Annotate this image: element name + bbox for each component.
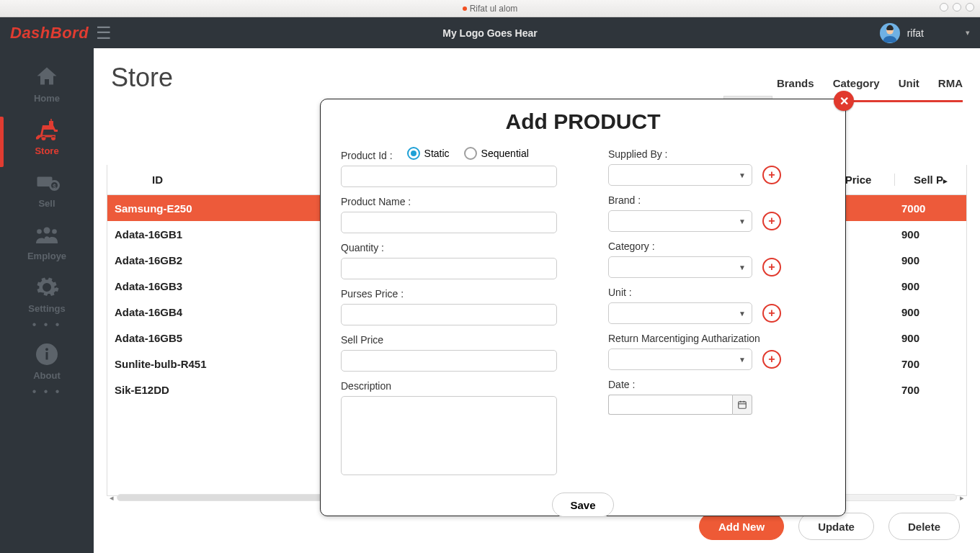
sidebar-item-label: Home: [34, 93, 60, 104]
update-button[interactable]: Update: [798, 513, 874, 540]
hamburger-icon[interactable]: ☰: [96, 23, 112, 43]
os-titlebar: Rifat ul alom: [0, 0, 980, 17]
maximize-icon[interactable]: [953, 3, 961, 12]
radio-sequential[interactable]: Sequential: [464, 147, 529, 160]
cell-id: Adata-16GB4: [107, 306, 324, 318]
os-window-title: Rifat ul alom: [470, 4, 518, 14]
sidebar: Home Store $ Sell Employe Settings • • •: [0, 48, 94, 553]
supplied-by-combo[interactable]: ▼: [608, 164, 752, 186]
scroll-left-icon[interactable]: ◂: [107, 493, 117, 503]
tab-unit[interactable]: Unit: [899, 77, 919, 96]
sidebar-item-employe[interactable]: Employe: [0, 216, 94, 264]
add-brand-icon[interactable]: +: [762, 212, 781, 230]
chevron-down-icon: ▾: [966, 28, 970, 37]
cell-id: Adata-16GB1: [107, 228, 324, 240]
app-indicator-icon: [463, 6, 467, 11]
chevron-down-icon: ▼: [739, 171, 746, 179]
user-name: rifat: [907, 27, 924, 39]
cell-id: Adata-16GB3: [107, 280, 324, 292]
add-category-icon[interactable]: +: [762, 258, 781, 276]
svg-point-6: [52, 229, 57, 234]
calendar-icon[interactable]: [732, 395, 752, 415]
chevron-down-icon: ▼: [739, 264, 746, 271]
category-combo[interactable]: ▼: [608, 256, 752, 278]
col-sell-price[interactable]: Sell P▸: [894, 174, 966, 186]
sidebar-active-indicator: [0, 117, 4, 167]
sidebar-item-home[interactable]: Home: [0, 58, 94, 107]
user-menu[interactable]: rifat ▾: [880, 23, 970, 43]
modal-title: Add PRODUCT: [341, 109, 825, 134]
avatar: [880, 23, 900, 43]
chevron-down-icon: ▼: [739, 310, 746, 318]
close-window-icon[interactable]: [966, 3, 974, 12]
sidebar-item-label: Store: [35, 145, 58, 156]
top-center-text: My Logo Goes Hear: [442, 27, 537, 39]
cell-id: Adata-16GB2: [107, 254, 324, 266]
add-new-button[interactable]: Add New: [699, 513, 784, 540]
cell-sell-price: 700: [894, 384, 966, 396]
gear-icon: [34, 274, 60, 300]
home-icon: [34, 64, 60, 90]
cell-id: Adata-16GB5: [107, 332, 324, 344]
tab-rma[interactable]: RMA: [938, 77, 963, 96]
product-id-label: Product Id :: [341, 150, 393, 161]
add-rma-icon[interactable]: +: [762, 350, 781, 369]
sidebar-divider-dots: • • •: [32, 385, 62, 398]
sidebar-item-about[interactable]: About: [0, 336, 94, 384]
svg-point-9: [45, 348, 48, 351]
cell-id: Samsung-E250: [107, 202, 324, 215]
date-input[interactable]: [608, 395, 732, 415]
cell-sell-price: 700: [894, 358, 966, 370]
cell-sell-price: 900: [894, 254, 966, 266]
rma-label: Return Marcentiging Autharization: [608, 333, 825, 344]
add-supplier-icon[interactable]: +: [762, 166, 781, 184]
sidebar-item-label: Employe: [27, 251, 66, 261]
category-label: Category :: [608, 240, 825, 252]
sidebar-item-sell[interactable]: $ Sell: [0, 163, 94, 212]
minimize-icon[interactable]: [940, 3, 948, 12]
radio-static[interactable]: Static: [407, 147, 450, 160]
sidebar-item-store[interactable]: Store: [0, 111, 94, 159]
description-input[interactable]: [341, 396, 557, 475]
add-product-modal: ✕ Add PRODUCT Product Id : Static Sequen…: [320, 99, 846, 516]
save-button[interactable]: Save: [552, 493, 613, 517]
unit-combo[interactable]: ▼: [608, 302, 752, 324]
product-name-input[interactable]: [341, 212, 557, 233]
product-id-input[interactable]: [341, 166, 557, 187]
cell-sell-price: 900: [894, 306, 966, 318]
close-icon[interactable]: ✕: [834, 91, 854, 111]
topbar: DashBord ☰ My Logo Goes Hear rifat ▾: [0, 17, 980, 48]
cell-sell-price: 900: [894, 280, 966, 292]
purses-price-label: Purses Price :: [341, 288, 558, 300]
cell-id: Sunlite-bulb-R451: [107, 358, 324, 370]
tab-brands[interactable]: Brands: [777, 77, 814, 96]
store-icon: [34, 117, 60, 143]
sell-price-input[interactable]: [341, 350, 557, 372]
purses-price-input[interactable]: [341, 304, 557, 325]
modal-left-column: Product Id : Static Sequential Product N…: [341, 144, 558, 475]
supplied-by-label: Supplied By :: [608, 148, 825, 160]
product-name-label: Product Name :: [341, 196, 558, 207]
col-id[interactable]: ID: [107, 174, 223, 186]
quantity-input[interactable]: [341, 258, 557, 279]
chevron-down-icon: ▼: [739, 217, 746, 225]
date-label: Date :: [608, 379, 825, 390]
cell-sell-price: 900: [894, 332, 966, 344]
people-icon: [34, 222, 60, 248]
add-unit-icon[interactable]: +: [762, 304, 781, 323]
sell-price-label: Sell Price: [341, 334, 558, 346]
rma-combo[interactable]: ▼: [608, 349, 752, 370]
svg-rect-10: [739, 402, 747, 408]
delete-button[interactable]: Delete: [888, 513, 960, 540]
sell-icon: $: [34, 169, 60, 195]
brand-combo[interactable]: ▼: [608, 210, 752, 232]
info-icon: [34, 341, 60, 367]
sidebar-item-settings[interactable]: Settings: [0, 269, 94, 317]
svg-point-4: [44, 228, 50, 234]
app-brand: DashBord: [10, 24, 89, 42]
sidebar-item-label: About: [33, 370, 61, 381]
scroll-right-icon[interactable]: ▸: [957, 493, 967, 503]
chevron-down-icon: ▼: [739, 356, 746, 364]
svg-rect-8: [46, 352, 48, 360]
modal-right-column: Supplied By : ▼ + Brand : ▼ + Category :: [608, 144, 825, 475]
